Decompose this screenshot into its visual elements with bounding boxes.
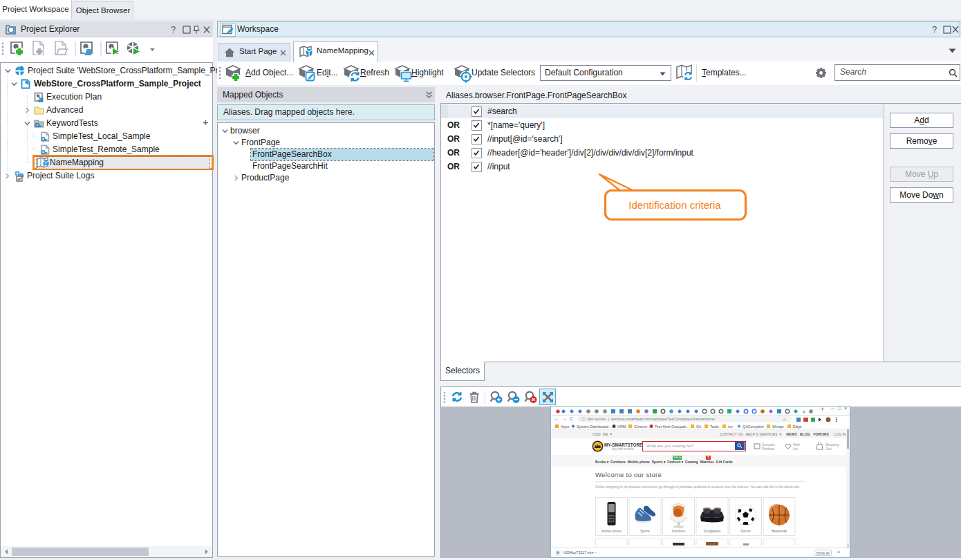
svg-text:Soccer: Soccer	[740, 530, 751, 533]
svg-text:Products: Products	[762, 447, 775, 451]
svg-text:Edge: Edge	[793, 424, 802, 429]
svg-text:Git: Git	[696, 424, 701, 429]
svg-text:Basketball: Basketball	[772, 530, 787, 533]
svg-text:Apps: Apps	[561, 424, 570, 429]
svg-text:Mobile phone: Mobile phone	[601, 530, 622, 533]
svg-text:Compare: Compare	[762, 443, 775, 447]
svg-text:Cart: Cart	[825, 447, 832, 451]
svg-text:Sports: Sports	[640, 530, 650, 533]
svg-text:QAComplete: QAComplete	[743, 424, 764, 429]
svg-text:List: List	[793, 447, 799, 451]
svg-text:inv: inv	[728, 424, 733, 429]
svg-text:Identification criteria: Identification criteria	[628, 199, 721, 211]
svg-text:Sunglasses: Sunglasses	[704, 530, 721, 533]
svg-text:System Dashboard...: System Dashboard...	[577, 424, 611, 429]
svg-text:Furniture: Furniture	[672, 530, 686, 533]
svg-text:Wish: Wish	[793, 443, 801, 447]
svg-text:Shopping: Shopping	[825, 443, 839, 447]
svg-text:Test Host Occupati...: Test Host Occupati...	[655, 424, 689, 429]
svg-text:Winapi: Winapi	[772, 424, 783, 429]
svg-text:Chrome: Chrome	[634, 424, 647, 429]
svg-text:Tools: Tools	[710, 424, 719, 429]
svg-text:HRM: HRM	[617, 424, 626, 429]
svg-text:×: ×	[803, 409, 805, 414]
